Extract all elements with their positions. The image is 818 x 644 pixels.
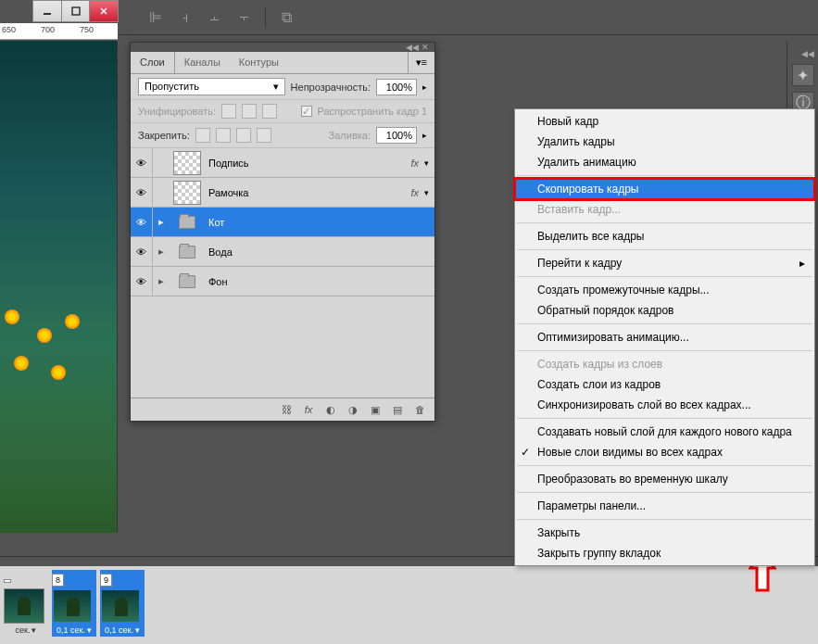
menu-item[interactable]: Закрыть — [515, 523, 814, 543]
lock-transparent-button[interactable] — [195, 128, 210, 143]
menu-separator — [517, 323, 812, 324]
expand-icon[interactable]: ▸ — [153, 216, 170, 228]
auto-align-icon[interactable]: ⧉ — [277, 8, 296, 27]
menu-separator — [517, 492, 812, 493]
menu-item: Создать кадры из слоев — [515, 354, 814, 374]
animation-frame[interactable]: 90,1 сек.▾ — [100, 570, 145, 637]
delete-layer-icon[interactable]: 🗑 — [412, 402, 427, 417]
dock-collapse-icon[interactable]: ◀◀ — [789, 49, 817, 58]
align-right-icon[interactable]: ⫠ — [206, 8, 224, 27]
unify-visibility-button[interactable] — [242, 104, 257, 119]
menu-item[interactable]: Оптимизировать анимацию... — [515, 327, 814, 347]
visibility-toggle[interactable]: 👁 — [131, 148, 153, 177]
fx-icon[interactable]: fx — [410, 158, 424, 169]
tab-channels[interactable]: Каналы — [175, 52, 230, 73]
layer-name[interactable]: Вода — [205, 246, 434, 258]
menu-item[interactable]: Преобразовать во временную шкалу — [515, 469, 814, 489]
unify-position-button[interactable] — [221, 104, 236, 119]
visibility-toggle[interactable]: 👁 — [131, 237, 153, 266]
layer-row[interactable]: 👁 ▸ Фон — [131, 267, 434, 297]
layer-row[interactable]: 👁 Подпись fx▾ — [131, 148, 434, 178]
menu-item[interactable]: Новые слои видимы во всех кадрах✓ — [515, 442, 814, 462]
menu-item[interactable]: Создать промежуточные кадры... — [515, 280, 814, 300]
panel-tabs: Слои Каналы Контуры ▾≡ — [131, 52, 434, 74]
propagate-label: Распространить кадр 1 — [318, 106, 427, 117]
menu-item[interactable]: Удалить кадры — [515, 132, 814, 152]
fill-label: Заливка: — [329, 130, 371, 141]
maximize-button[interactable] — [62, 1, 91, 21]
tab-paths[interactable]: Контуры — [230, 52, 288, 73]
lock-position-button[interactable] — [236, 128, 251, 143]
layer-style-icon[interactable]: fx — [301, 402, 316, 417]
menu-item[interactable]: Выделить все кадры — [515, 226, 814, 246]
menu-item[interactable]: Удалить анимацию — [515, 152, 814, 172]
navigator-icon[interactable]: ✦ — [792, 64, 814, 86]
opacity-flyout-icon[interactable]: ▸ — [422, 82, 427, 92]
layer-name[interactable]: Рамочка — [205, 187, 410, 198]
blend-mode-select[interactable]: Пропустить▾ — [138, 78, 285, 95]
minimize-button[interactable] — [33, 1, 62, 21]
menu-item[interactable]: Создавать новый слой для каждого нового … — [515, 422, 814, 442]
menu-item[interactable]: Новый кадр — [515, 111, 814, 132]
fill-input[interactable]: 100% — [376, 127, 417, 144]
new-group-icon[interactable]: ▣ — [368, 402, 383, 417]
animation-frame[interactable]: сек.▾ — [4, 570, 48, 637]
link-layers-icon[interactable]: ⛓ — [279, 402, 294, 417]
expand-icon[interactable]: ▸ — [153, 246, 170, 258]
expand-icon[interactable]: ▸ — [153, 275, 170, 287]
visibility-toggle[interactable]: 👁 — [131, 178, 153, 207]
layers-footer: ⛓ fx ◐ ◑ ▣ ▤ 🗑 — [131, 398, 434, 421]
menu-item[interactable]: Скопировать кадры — [515, 179, 814, 199]
menu-item[interactable]: Параметры панели... — [515, 496, 814, 516]
menu-separator — [517, 276, 812, 277]
layer-thumbnail[interactable] — [173, 181, 201, 205]
frame-delay[interactable]: сек.▾ — [4, 624, 48, 637]
options-bar: ⊫ ⫞ ⫠ ⫟ ⧉ — [119, 0, 818, 35]
menu-separator — [517, 418, 812, 419]
svg-rect-0 — [44, 13, 51, 15]
align-left-icon[interactable]: ⊫ — [146, 8, 165, 27]
close-button[interactable] — [90, 1, 118, 21]
menu-separator — [517, 222, 812, 223]
panel-menu-icon[interactable]: ▾≡ — [408, 52, 434, 73]
propagate-frame-checkbox[interactable]: ✓ — [301, 106, 312, 117]
frame-thumbnail — [52, 588, 93, 624]
layer-row[interactable]: 👁 Рамочка fx▾ — [131, 178, 434, 208]
visibility-toggle[interactable]: 👁 — [131, 208, 153, 236]
layer-name[interactable]: Фон — [205, 276, 434, 287]
lock-pixels-button[interactable] — [216, 128, 231, 143]
adjustment-layer-icon[interactable]: ◑ — [346, 402, 360, 417]
fx-icon[interactable]: fx — [410, 187, 424, 198]
menu-item[interactable]: Перейти к кадру▸ — [515, 253, 814, 273]
animation-timeline-panel: ▾≡ сек.▾80,1 сек.▾90,1 сек.▾ — [0, 556, 818, 644]
layer-row[interactable]: 👁 ▸ Кот — [131, 208, 434, 237]
menu-item[interactable]: Закрыть группу вкладок — [515, 543, 814, 563]
menu-separator — [517, 350, 812, 351]
unify-style-button[interactable] — [262, 104, 277, 119]
animation-frame[interactable]: 80,1 сек.▾ — [52, 570, 96, 637]
menu-item[interactable]: Синхронизировать слой во всех кадрах... — [515, 395, 814, 415]
layer-row[interactable]: 👁 ▸ Вода — [131, 237, 434, 267]
distribute-icon[interactable]: ⫟ — [235, 8, 254, 27]
menu-separator — [517, 249, 812, 250]
lock-all-button[interactable] — [257, 128, 271, 143]
folder-icon — [173, 240, 201, 264]
document-canvas[interactable] — [0, 41, 118, 533]
tab-layers[interactable]: Слои — [131, 52, 175, 73]
layer-mask-icon[interactable]: ◐ — [323, 402, 338, 417]
frame-delay[interactable]: 0,1 сек.▾ — [100, 624, 145, 637]
frame-delay[interactable]: 0,1 сек.▾ — [52, 624, 96, 637]
align-center-icon[interactable]: ⫞ — [176, 8, 195, 27]
layers-empty-area[interactable] — [131, 297, 434, 398]
layer-name[interactable]: Кот — [205, 217, 434, 228]
layer-thumbnail[interactable] — [173, 151, 201, 175]
visibility-toggle[interactable]: 👁 — [131, 267, 153, 296]
opacity-input[interactable]: 100% — [376, 79, 417, 95]
submenu-arrow-icon: ▸ — [799, 257, 805, 270]
new-layer-icon[interactable]: ▤ — [390, 402, 405, 417]
layer-name[interactable]: Подпись — [205, 158, 410, 169]
panel-collapse-bar[interactable]: ◀◀ ✕ — [131, 43, 434, 52]
menu-item[interactable]: Обратный порядок кадров — [515, 300, 814, 321]
menu-item[interactable]: Создать слои из кадров — [515, 374, 814, 395]
fill-flyout-icon[interactable]: ▸ — [422, 131, 427, 140]
